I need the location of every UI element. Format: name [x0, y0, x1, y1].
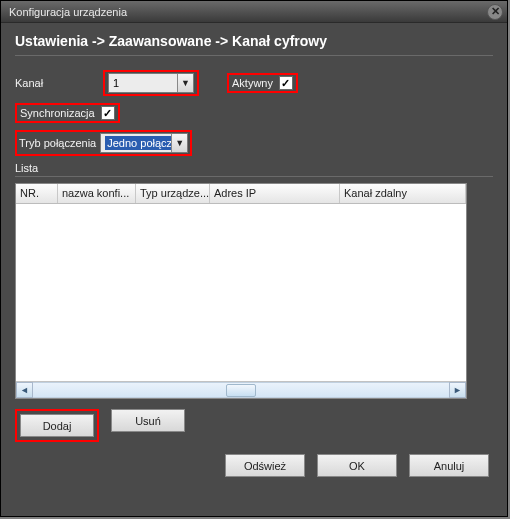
col-device-type[interactable]: Typ urządze...	[136, 184, 210, 203]
window-body: Ustawienia -> Zaawansowane -> Kanał cyfr…	[1, 23, 507, 487]
row-sync: Synchronizacja ✓	[15, 102, 493, 124]
list-body[interactable]	[16, 204, 466, 381]
delete-button[interactable]: Usuń	[111, 409, 185, 432]
row-connmode: Tryb połączenia Jedno połącz ▼	[15, 130, 493, 156]
highlight-active: Aktywny ✓	[227, 73, 298, 93]
connmode-select[interactable]: Jedno połącz ▼	[100, 133, 188, 153]
config-window: Konfiguracja urządzenia ✕ Ustawienia -> …	[0, 0, 508, 517]
highlight-sync: Synchronizacja ✓	[15, 103, 120, 123]
channel-select-value: 1	[113, 77, 119, 89]
sync-checkbox[interactable]: ✓	[101, 106, 115, 120]
scroll-right-icon[interactable]: ►	[449, 382, 466, 398]
scroll-left-icon[interactable]: ◄	[16, 382, 33, 398]
connmode-label: Tryb połączenia	[19, 137, 96, 149]
sync-label: Synchronizacja	[20, 107, 95, 119]
chevron-down-icon: ▼	[177, 74, 193, 92]
cancel-button[interactable]: Anuluj	[409, 454, 489, 477]
row-channel: Kanał 1 ▼ Aktywny ✓	[15, 70, 493, 96]
highlight-connmode: Tryb połączenia Jedno połącz ▼	[15, 130, 192, 156]
titlebar: Konfiguracja urządzenia ✕	[1, 1, 507, 23]
chevron-down-icon: ▼	[171, 134, 187, 152]
breadcrumb: Ustawienia -> Zaawansowane -> Kanał cyfr…	[15, 33, 493, 56]
connmode-select-value: Jedno połącz	[105, 136, 171, 150]
window-title: Konfiguracja urządzenia	[9, 6, 127, 18]
highlight-add: Dodaj	[15, 409, 99, 442]
button-bar-list: Dodaj Usuń	[15, 409, 493, 442]
channel-label: Kanał	[15, 77, 103, 89]
channel-select[interactable]: 1 ▼	[108, 73, 194, 93]
highlight-channel: 1 ▼	[103, 70, 199, 96]
add-button[interactable]: Dodaj	[20, 414, 94, 437]
button-bar-dialog: Odśwież OK Anuluj	[15, 454, 493, 477]
list-header: NR. nazwa konfi... Typ urządze... Adres …	[16, 184, 466, 204]
col-config-name[interactable]: nazwa konfi...	[58, 184, 136, 203]
scrollbar-thumb[interactable]	[226, 384, 256, 397]
active-label: Aktywny	[232, 77, 273, 89]
col-ip[interactable]: Adres IP	[210, 184, 340, 203]
active-checkbox[interactable]: ✓	[279, 76, 293, 90]
col-nr[interactable]: NR.	[16, 184, 58, 203]
close-icon[interactable]: ✕	[487, 4, 503, 20]
ok-button[interactable]: OK	[317, 454, 397, 477]
scrollbar-track[interactable]	[33, 382, 449, 398]
refresh-button[interactable]: Odśwież	[225, 454, 305, 477]
col-remote-channel[interactable]: Kanał zdalny	[340, 184, 466, 203]
list-view[interactable]: NR. nazwa konfi... Typ urządze... Adres …	[15, 183, 467, 399]
horizontal-scrollbar[interactable]: ◄ ►	[16, 381, 466, 398]
list-label: Lista	[15, 162, 493, 177]
